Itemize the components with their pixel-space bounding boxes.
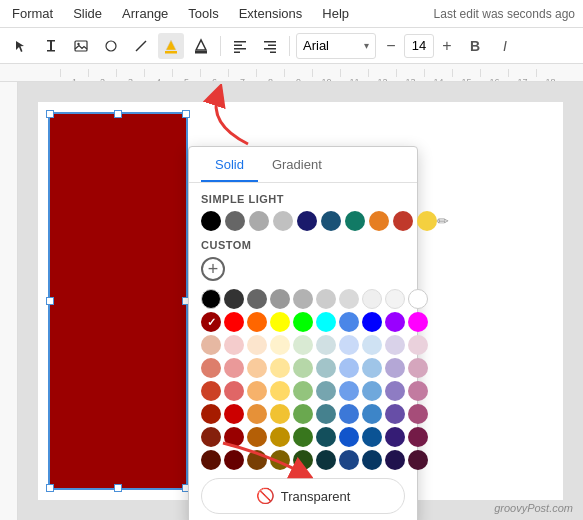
grid-color[interactable]: [339, 450, 359, 470]
grid-color[interactable]: [201, 335, 221, 355]
simple-color-6[interactable]: [321, 211, 341, 231]
grid-color[interactable]: [362, 312, 382, 332]
menu-extensions[interactable]: Extensions: [235, 4, 307, 23]
handle-bottom-middle[interactable]: [114, 484, 122, 492]
grid-color[interactable]: [201, 289, 221, 309]
grid-color[interactable]: [270, 381, 290, 401]
grid-color[interactable]: [362, 427, 382, 447]
grid-color[interactable]: [270, 289, 290, 309]
grid-color[interactable]: [293, 427, 313, 447]
grid-color[interactable]: [385, 358, 405, 378]
grid-color[interactable]: [339, 312, 359, 332]
grid-color[interactable]: [247, 427, 267, 447]
grid-color[interactable]: [339, 404, 359, 424]
simple-color-3[interactable]: [249, 211, 269, 231]
handle-top-middle[interactable]: [114, 110, 122, 118]
grid-color[interactable]: [339, 427, 359, 447]
text-tool-button[interactable]: [38, 33, 64, 59]
grid-color[interactable]: [224, 404, 244, 424]
menu-arrange[interactable]: Arrange: [118, 4, 172, 23]
grid-color[interactable]: [316, 358, 336, 378]
grid-color[interactable]: [293, 312, 313, 332]
handle-top-right[interactable]: [182, 110, 190, 118]
grid-color[interactable]: [316, 450, 336, 470]
grid-color[interactable]: [408, 358, 428, 378]
grid-color[interactable]: [270, 312, 290, 332]
menu-slide[interactable]: Slide: [69, 4, 106, 23]
grid-color[interactable]: [293, 404, 313, 424]
grid-color[interactable]: [224, 358, 244, 378]
grid-color[interactable]: [201, 381, 221, 401]
grid-color[interactable]: [247, 335, 267, 355]
simple-color-8[interactable]: [369, 211, 389, 231]
grid-color[interactable]: [385, 450, 405, 470]
grid-color[interactable]: [293, 358, 313, 378]
grid-color[interactable]: [247, 312, 267, 332]
simple-color-4[interactable]: [273, 211, 293, 231]
grid-color[interactable]: [339, 289, 359, 309]
grid-color[interactable]: [339, 335, 359, 355]
transparent-button[interactable]: 🚫 Transparent: [201, 478, 405, 514]
grid-color[interactable]: [201, 427, 221, 447]
grid-color[interactable]: [408, 312, 428, 332]
align-left-button[interactable]: [227, 33, 253, 59]
menu-format[interactable]: Format: [8, 4, 57, 23]
grid-color[interactable]: [224, 335, 244, 355]
grid-color[interactable]: [270, 450, 290, 470]
tab-solid[interactable]: Solid: [201, 147, 258, 182]
grid-color[interactable]: [362, 358, 382, 378]
grid-color[interactable]: [362, 335, 382, 355]
grid-color[interactable]: [247, 289, 267, 309]
grid-color-selected[interactable]: [201, 312, 221, 332]
grid-color[interactable]: [201, 358, 221, 378]
grid-color[interactable]: [408, 381, 428, 401]
grid-color[interactable]: [385, 289, 405, 309]
menu-help[interactable]: Help: [318, 4, 353, 23]
grid-color[interactable]: [316, 404, 336, 424]
grid-color[interactable]: [362, 289, 382, 309]
italic-button[interactable]: I: [492, 33, 518, 59]
handle-middle-left[interactable]: [46, 297, 54, 305]
shape-tool-button[interactable]: [98, 33, 124, 59]
font-size-decrease-button[interactable]: −: [380, 35, 402, 57]
simple-color-5[interactable]: [297, 211, 317, 231]
simple-color-1[interactable]: [201, 211, 221, 231]
grid-color[interactable]: [270, 404, 290, 424]
border-color-button[interactable]: [188, 33, 214, 59]
grid-color[interactable]: [293, 381, 313, 401]
grid-color[interactable]: [247, 381, 267, 401]
fill-color-button[interactable]: [158, 33, 184, 59]
grid-color[interactable]: [362, 404, 382, 424]
font-size-increase-button[interactable]: +: [436, 35, 458, 57]
handle-top-left[interactable]: [46, 110, 54, 118]
simple-color-10[interactable]: [417, 211, 437, 231]
grid-color[interactable]: [316, 312, 336, 332]
simple-color-9[interactable]: [393, 211, 413, 231]
grid-color[interactable]: [362, 450, 382, 470]
simple-color-2[interactable]: [225, 211, 245, 231]
grid-color[interactable]: [247, 358, 267, 378]
grid-color[interactable]: [224, 381, 244, 401]
grid-color[interactable]: [293, 335, 313, 355]
grid-color[interactable]: [408, 404, 428, 424]
grid-color[interactable]: [408, 450, 428, 470]
grid-color[interactable]: [362, 381, 382, 401]
grid-color[interactable]: [270, 335, 290, 355]
grid-color[interactable]: [339, 381, 359, 401]
grid-color[interactable]: [201, 450, 221, 470]
grid-color[interactable]: [316, 289, 336, 309]
grid-color[interactable]: [339, 358, 359, 378]
select-tool-button[interactable]: [8, 33, 34, 59]
handle-bottom-left[interactable]: [46, 484, 54, 492]
grid-color[interactable]: [270, 427, 290, 447]
simple-color-7[interactable]: [345, 211, 365, 231]
grid-color[interactable]: [293, 289, 313, 309]
grid-color[interactable]: [293, 450, 313, 470]
grid-color[interactable]: [201, 404, 221, 424]
grid-color[interactable]: [408, 335, 428, 355]
grid-color[interactable]: [224, 450, 244, 470]
grid-color[interactable]: [385, 381, 405, 401]
font-selector[interactable]: Arial ▾: [296, 33, 376, 59]
grid-color[interactable]: [385, 427, 405, 447]
align-right-button[interactable]: [257, 33, 283, 59]
